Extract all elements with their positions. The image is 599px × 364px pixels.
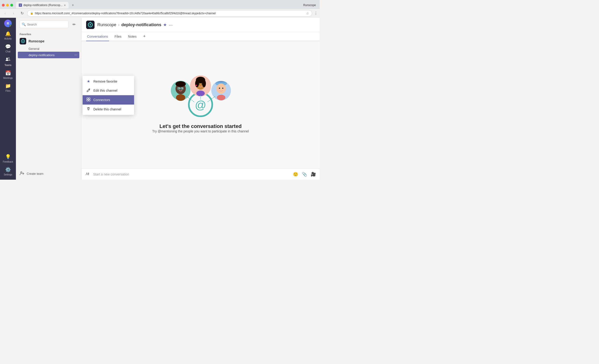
format-text-button[interactable]: A bbox=[85, 171, 90, 177]
menu-item-connectors[interactable]: Connectors bbox=[83, 95, 134, 104]
account-label: Runscope bbox=[303, 3, 318, 7]
sidebar-item-meetings[interactable]: 📅 Meetings bbox=[0, 68, 16, 81]
search-icon: 🔍 bbox=[22, 22, 26, 26]
sidebar-item-chat[interactable]: 💬 Chat bbox=[0, 42, 16, 55]
delete-channel-label: Delete this channel bbox=[93, 107, 121, 111]
sidebar-item-settings[interactable]: ⚙️ Settings bbox=[0, 165, 16, 178]
connectors-label: Connectors bbox=[93, 98, 110, 102]
tab-notes-label: Notes bbox=[128, 35, 137, 38]
empty-state-title: Let's get the conversation started bbox=[152, 123, 249, 129]
team-item-runscope[interactable]: Runscope ··· bbox=[16, 36, 81, 46]
minimize-window-button[interactable] bbox=[6, 4, 9, 7]
add-tab-button[interactable]: + bbox=[142, 32, 147, 41]
remove-favorite-label: Remove favorite bbox=[93, 79, 117, 83]
channel-header: Runscope › deploy-notifications ★ ··· bbox=[81, 18, 320, 32]
menu-item-delete-channel[interactable]: Delete this channel bbox=[83, 104, 134, 114]
tab-close-button[interactable]: ✕ bbox=[64, 4, 66, 7]
maximize-window-button[interactable] bbox=[10, 4, 13, 7]
star-icon: ★ bbox=[86, 79, 90, 84]
files-icon: 📁 bbox=[5, 83, 11, 89]
browser-tabs-bar: T deploy-notifications (Runscop... ✕ + R… bbox=[0, 0, 320, 9]
teams-icon bbox=[5, 57, 10, 63]
svg-point-4 bbox=[22, 41, 24, 42]
app: R 🔔 Activity 💬 Chat Teams 📅 Meet bbox=[0, 18, 320, 180]
edit-channel-label: Edit this channel bbox=[93, 89, 117, 92]
svg-point-43 bbox=[216, 84, 226, 94]
svg-point-38 bbox=[196, 85, 197, 86]
sidebar-item-activity[interactable]: 🔔 Activity bbox=[0, 29, 16, 42]
settings-label: Settings bbox=[4, 173, 12, 176]
sidebar-item-files[interactable]: 📁 Files bbox=[0, 81, 16, 94]
attachment-button[interactable]: 📎 bbox=[302, 172, 307, 177]
svg-text:A: A bbox=[85, 172, 88, 176]
forward-button[interactable]: › bbox=[10, 10, 17, 17]
files-label: Files bbox=[5, 90, 10, 92]
browser-chrome: T deploy-notifications (Runscop... ✕ + R… bbox=[0, 0, 320, 18]
chat-label: Chat bbox=[5, 50, 10, 53]
compose-button[interactable]: ✏ bbox=[70, 21, 78, 28]
svg-point-37 bbox=[202, 84, 203, 85]
left-rail: R 🔔 Activity 💬 Chat Teams 📅 Meet bbox=[0, 18, 16, 180]
svg-point-22 bbox=[176, 81, 186, 87]
compose-input-field[interactable]: Start a new conversation bbox=[93, 173, 290, 176]
channel-name-general: General bbox=[28, 47, 78, 51]
back-button[interactable]: ‹ bbox=[2, 10, 9, 17]
svg-point-48 bbox=[217, 95, 225, 100]
create-team-label: Create team bbox=[27, 172, 44, 175]
active-tab[interactable]: T deploy-notifications (Runscop... ✕ bbox=[16, 2, 69, 9]
menu-item-edit-channel[interactable]: Edit this channel bbox=[83, 86, 134, 95]
svg-rect-8 bbox=[87, 100, 88, 101]
url-text: https://teams.microsoft.com/_#/conversat… bbox=[35, 12, 304, 15]
chat-icon: 💬 bbox=[5, 44, 11, 49]
svg-point-47 bbox=[222, 89, 225, 90]
search-input[interactable] bbox=[27, 23, 66, 26]
address-bar[interactable]: 🔒 https://teams.microsoft.com/_#/convers… bbox=[27, 10, 312, 17]
close-window-button[interactable] bbox=[2, 4, 5, 7]
search-box[interactable]: 🔍 bbox=[20, 21, 69, 28]
svg-rect-7 bbox=[89, 98, 90, 99]
activity-icon: 🔔 bbox=[5, 31, 11, 36]
tab-files[interactable]: Files bbox=[114, 32, 123, 41]
bookmark-button[interactable]: ☆ bbox=[306, 11, 309, 15]
channel-tabs: Conversations Files Notes + bbox=[81, 32, 320, 41]
create-team-button[interactable]: Create team bbox=[16, 168, 81, 180]
svg-point-26 bbox=[182, 88, 183, 89]
new-tab-button[interactable]: + bbox=[70, 2, 76, 9]
emoji-button[interactable]: 🙂 bbox=[293, 172, 298, 177]
favorite-star-button[interactable]: ★ bbox=[163, 22, 167, 27]
channel-name-deploy: deploy-notifications bbox=[28, 53, 74, 57]
channel-more-button[interactable]: ··· bbox=[74, 53, 78, 57]
svg-point-35 bbox=[202, 80, 206, 87]
svg-point-45 bbox=[222, 88, 223, 89]
channel-item-deploy-notifications[interactable]: deploy-notifications ··· bbox=[18, 52, 79, 58]
sidebar-item-teams[interactable]: Teams bbox=[0, 55, 16, 68]
user-avatar[interactable]: R bbox=[4, 20, 12, 27]
meetings-label: Meetings bbox=[3, 77, 13, 79]
channel-options-button[interactable]: ··· bbox=[169, 22, 173, 28]
svg-point-30 bbox=[176, 94, 185, 101]
browser-nav: ‹ › ↻ 🔒 https://teams.microsoft.com/_#/c… bbox=[0, 9, 320, 18]
svg-point-0 bbox=[6, 58, 8, 60]
svg-point-46 bbox=[217, 89, 220, 90]
tab-conversations[interactable]: Conversations bbox=[86, 32, 109, 41]
browser-menu-button[interactable]: ⋮ bbox=[314, 11, 318, 16]
tab-title: deploy-notifications (Runscop... bbox=[23, 3, 62, 7]
tab-notes[interactable]: Notes bbox=[127, 32, 138, 41]
trash-icon bbox=[86, 107, 90, 112]
tab-files-label: Files bbox=[115, 35, 122, 38]
team-name-runscope: Runscope bbox=[28, 39, 78, 43]
create-team-icon bbox=[20, 171, 25, 177]
svg-point-44 bbox=[219, 88, 220, 89]
favorites-section: Favorites bbox=[16, 31, 81, 36]
tab-favicon: T bbox=[19, 3, 22, 7]
sidebar-item-feedback[interactable]: 💡 Feedback bbox=[0, 152, 16, 165]
empty-state-subtitle: Try @mentioning the people you want to p… bbox=[152, 129, 249, 133]
meet-button[interactable]: 🎥 bbox=[311, 172, 316, 177]
reload-button[interactable]: ↻ bbox=[19, 10, 25, 17]
presence-indicator bbox=[9, 25, 12, 27]
svg-point-16 bbox=[90, 24, 91, 26]
feedback-icon: 💡 bbox=[5, 154, 11, 160]
menu-item-remove-favorite[interactable]: ★ Remove favorite bbox=[83, 77, 134, 86]
svg-point-1 bbox=[9, 58, 9, 59]
channel-item-general[interactable]: General bbox=[16, 46, 81, 52]
